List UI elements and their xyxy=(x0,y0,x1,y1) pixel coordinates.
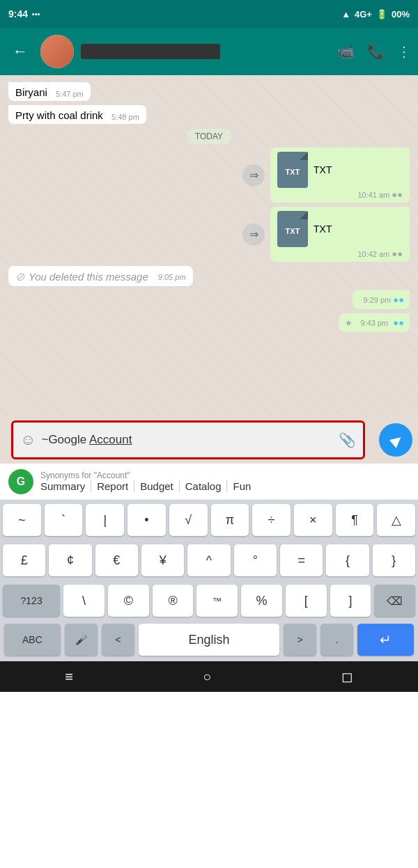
message-ticks: ●● xyxy=(393,294,404,305)
message-input[interactable]: ~Google Account xyxy=(41,433,333,447)
key-abc[interactable]: ABC xyxy=(4,624,61,656)
backspace-key[interactable]: ⌫ xyxy=(374,585,415,617)
send-button[interactable]: ▶ xyxy=(379,423,412,457)
back-button[interactable]: ← xyxy=(7,40,33,63)
message-time: 9:43 pm xyxy=(361,319,389,327)
key-pound[interactable]: £ xyxy=(3,544,45,576)
deleted-message-bubble: ⊘ You deleted this message 9:05 pm xyxy=(8,266,193,286)
key-times[interactable]: × xyxy=(294,504,332,536)
message-bubble: Prty with coal drink 5:48 pm xyxy=(8,105,146,124)
key-div[interactable]: ÷ xyxy=(252,504,291,536)
battery-pct: 00% xyxy=(392,9,410,19)
key-degree[interactable]: ° xyxy=(234,544,277,576)
grammarly-logo: G xyxy=(8,469,33,494)
grammarly-bar: G Synonyms for "Account" Summary Report … xyxy=(0,464,418,500)
enter-key[interactable]: ↵ xyxy=(357,624,414,656)
nav-home-icon[interactable]: ○ xyxy=(203,669,211,685)
key-yen[interactable]: ¥ xyxy=(141,544,184,576)
synonyms-list: Summary Report Budget Catalog Fun xyxy=(40,480,410,492)
message-time: 10:41 am xyxy=(357,191,389,199)
key-less-than[interactable]: < xyxy=(102,624,134,656)
key-rbrace[interactable]: } xyxy=(373,544,415,576)
message-ticks: ●● xyxy=(392,189,403,200)
synonyms-label: Synonyms for "Account" xyxy=(40,471,410,480)
message-row: ★ 9:43 pm ●● xyxy=(8,313,410,332)
key-caret[interactable]: ^ xyxy=(187,544,230,576)
space-key[interactable]: English xyxy=(139,624,279,656)
key-lbracket[interactable]: [ xyxy=(286,585,327,617)
message-row: 9:29 pm ●● xyxy=(8,290,410,309)
tilde-char: ~Google xyxy=(41,433,89,446)
key-tm[interactable]: ™ xyxy=(196,585,238,617)
message-time: 9:05 pm xyxy=(158,273,186,281)
battery-icon: 🔋 xyxy=(376,9,387,19)
message-row: ⇒ TXT TXT 10:42 am ●● xyxy=(8,207,410,262)
send-icon: ▶ xyxy=(387,430,405,450)
voice-call-icon[interactable]: 📞 xyxy=(367,43,385,60)
keyboard: ~ ` | • √ π ÷ × ¶ △ £ ¢ € ¥ ^ ° = { } ?1… xyxy=(0,500,418,661)
chat-header: ← 📹 📞 ⋮ xyxy=(0,28,418,75)
forward-icon[interactable]: ⇒ xyxy=(242,164,265,187)
key-pilcrow[interactable]: ¶ xyxy=(336,504,374,536)
synonym-report[interactable]: Report xyxy=(97,480,134,492)
key-percent[interactable]: % xyxy=(241,585,282,617)
key-registered[interactable]: ® xyxy=(153,585,194,617)
key-copyright[interactable]: © xyxy=(108,585,149,617)
key-lbrace[interactable]: { xyxy=(326,544,369,576)
key-num[interactable]: ?123 xyxy=(3,585,60,617)
file-name: TXT xyxy=(314,223,332,235)
message-row: Prty with coal drink 5:48 pm xyxy=(8,105,410,124)
keyboard-row-1: ~ ` | • √ π ÷ × ¶ △ xyxy=(0,500,418,540)
deleted-text: You deleted this message xyxy=(29,271,148,283)
keyboard-row-3: ?123 \ © ® ™ % [ ] ⌫ xyxy=(0,581,418,621)
message-time: 10:42 am xyxy=(357,250,389,258)
key-equals[interactable]: = xyxy=(280,544,323,576)
message-input-area[interactable]: ☺ ~Google Account 📎 xyxy=(11,420,365,459)
message-bubble: Biryani 5:47 pm xyxy=(8,82,91,101)
avatar[interactable] xyxy=(40,35,74,68)
contact-name[interactable] xyxy=(81,44,220,59)
message-time: 9:29 pm xyxy=(364,296,392,304)
message-bubble: TXT TXT 10:41 am ●● xyxy=(270,148,410,203)
key-greater-than[interactable]: > xyxy=(284,624,316,656)
file-attachment: TXT TXT xyxy=(277,211,403,247)
status-indicators: ▲ 4G+ 🔋 00% xyxy=(341,9,410,19)
synonym-catalog[interactable]: Catalog xyxy=(185,480,228,492)
key-backslash[interactable]: \ xyxy=(63,585,104,617)
nav-menu-icon[interactable]: ≡ xyxy=(65,669,73,685)
key-mic[interactable]: 🎤 xyxy=(65,624,98,656)
key-tilde[interactable]: ~ xyxy=(3,504,41,536)
key-check[interactable]: √ xyxy=(169,504,208,536)
attach-button[interactable]: 📎 xyxy=(339,432,356,448)
key-bullet[interactable]: • xyxy=(127,504,166,536)
key-delta[interactable]: △ xyxy=(377,504,415,536)
message-text: Prty with coal drink xyxy=(15,109,103,121)
key-pipe[interactable]: | xyxy=(86,504,124,536)
synonym-summary[interactable]: Summary xyxy=(40,480,91,492)
key-period[interactable]: . xyxy=(320,624,353,656)
forward-icon[interactable]: ⇒ xyxy=(242,223,265,246)
star-icon: ★ xyxy=(345,318,353,328)
synonym-fun[interactable]: Fun xyxy=(233,480,256,492)
more-options-icon[interactable]: ⋮ xyxy=(397,43,411,60)
message-bubble: 9:29 pm ●● xyxy=(353,290,410,309)
file-type-icon: TXT xyxy=(277,152,308,188)
message-row: ⊘ You deleted this message 9:05 pm xyxy=(8,266,410,286)
key-backtick[interactable]: ` xyxy=(45,504,83,536)
header-actions: 📹 📞 ⋮ xyxy=(337,43,411,60)
synonym-budget[interactable]: Budget xyxy=(140,480,180,492)
space-label: English xyxy=(188,633,229,647)
key-euro[interactable]: € xyxy=(95,544,138,576)
video-call-icon[interactable]: 📹 xyxy=(337,43,355,60)
message-text: Biryani xyxy=(15,86,47,98)
emoji-button[interactable]: ☺ xyxy=(20,431,36,449)
key-pi[interactable]: π xyxy=(211,504,249,536)
key-rbracket[interactable]: ] xyxy=(330,585,371,617)
network-icon: ▲ xyxy=(341,9,350,19)
file-attachment: TXT TXT xyxy=(277,152,403,188)
key-cent[interactable]: ¢ xyxy=(49,544,91,576)
nav-back-icon[interactable]: ◻ xyxy=(341,668,353,685)
message-row: ⇒ TXT TXT 10:41 am ●● xyxy=(8,148,410,203)
status-time: 9:44 ▪▪▪ xyxy=(8,8,40,19)
forward-icon-wrap: ⇒ xyxy=(242,223,265,246)
